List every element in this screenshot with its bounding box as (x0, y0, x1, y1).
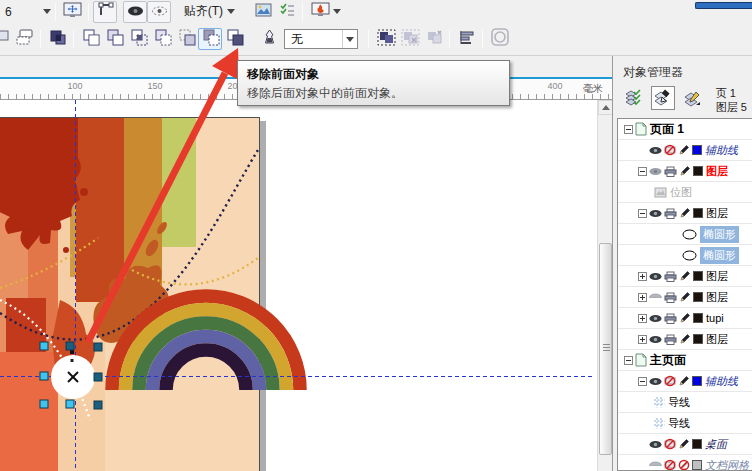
edit-pencil-icon[interactable] (678, 375, 690, 387)
layer-color-swatch[interactable] (693, 166, 703, 176)
simplify-button[interactable] (150, 28, 174, 50)
object-label[interactable]: 位图 (670, 185, 692, 200)
object-label[interactable]: 椭圆形 (700, 247, 739, 264)
layer-color-swatch[interactable] (693, 334, 703, 344)
layer-label[interactable]: 图层 (706, 332, 728, 347)
show-object-properties-button[interactable] (621, 86, 645, 110)
vertical-scrollbar[interactable] (597, 100, 612, 471)
order-button[interactable] (12, 28, 36, 50)
edit-pencil-icon[interactable] (679, 207, 691, 219)
expander-minus-icon[interactable] (638, 209, 647, 218)
intersect-button[interactable] (126, 28, 150, 50)
layer-manager-view-button[interactable] (681, 86, 705, 110)
expander-minus-icon[interactable] (638, 167, 647, 176)
layer-label[interactable]: 图层 (706, 164, 728, 179)
outline-tool-button[interactable] (256, 28, 280, 50)
object-label[interactable]: 椭圆形 (700, 226, 739, 243)
screen-show-dropdown-arrow-icon[interactable] (333, 9, 341, 14)
edit-pencil-icon[interactable] (678, 144, 690, 156)
layer-label[interactable]: 辅助线 (705, 143, 738, 158)
tree-row-layer[interactable]: 文档网格 (618, 455, 752, 471)
visibility-eye-icon[interactable] (649, 293, 662, 302)
object-label[interactable]: 导线 (668, 395, 690, 410)
layer-label[interactable]: tupi (706, 312, 724, 324)
print-disabled-icon[interactable] (664, 375, 676, 387)
tree-row-layer[interactable]: 图层 (618, 161, 752, 182)
print-disabled-icon[interactable] (664, 438, 676, 450)
visibility-eye-icon[interactable] (649, 440, 662, 449)
expander-minus-icon[interactable] (624, 125, 633, 134)
expander-minus-icon[interactable] (638, 377, 647, 386)
edit-pencil-icon[interactable] (679, 270, 691, 282)
layer-label[interactable]: 文档网格 (705, 458, 749, 471)
edit-pencil-icon[interactable] (679, 165, 691, 177)
edit-disabled-icon[interactable] (678, 459, 690, 471)
group-button[interactable] (373, 28, 397, 50)
layer-color-swatch[interactable] (692, 376, 702, 386)
visibility-eye-icon[interactable] (649, 272, 662, 281)
page-label[interactable]: 主页面 (650, 352, 686, 369)
layer-tree[interactable]: 页面 1辅助线图层位图图层椭圆形椭圆形图层图层tupi图层主页面辅助线导线导线桌… (617, 118, 752, 471)
tree-row-object[interactable]: 导线 (618, 413, 752, 434)
snap-to-dropdown[interactable]: 贴齐(T) (181, 3, 238, 20)
layer-color-swatch[interactable] (692, 145, 702, 155)
edit-pencil-icon[interactable] (679, 291, 691, 303)
weld-button[interactable] (78, 28, 102, 50)
tree-row-object[interactable]: 导线 (618, 392, 752, 413)
expander-plus-icon[interactable] (638, 335, 647, 344)
visibility-eye-icon[interactable] (649, 314, 662, 323)
layer-color-swatch[interactable] (692, 460, 702, 470)
scroll-up-button[interactable] (598, 100, 613, 115)
options-checklist-button[interactable] (274, 1, 298, 23)
edit-pencil-icon[interactable] (679, 333, 691, 345)
zoom-dropdown-arrow-icon[interactable] (43, 9, 51, 14)
snap-corner-button[interactable] (93, 1, 117, 23)
tree-row-layer[interactable]: 桌面 (618, 434, 752, 455)
trim-button[interactable] (102, 28, 126, 50)
layer-color-swatch[interactable] (693, 292, 703, 302)
expander-plus-icon[interactable] (638, 272, 647, 281)
layer-label[interactable]: 桌面 (705, 437, 727, 452)
tree-row-object[interactable]: 椭圆形 (618, 224, 752, 245)
layer-label[interactable]: 图层 (706, 290, 728, 305)
outline-width-combobox[interactable]: 无 (284, 29, 358, 49)
ungroup-all-button-disabled[interactable] (421, 28, 445, 50)
print-enabled-icon[interactable] (664, 313, 677, 324)
tree-row-page[interactable]: 主页面 (618, 350, 752, 371)
visibility-eye-icon[interactable] (649, 461, 662, 470)
layer-color-swatch[interactable] (693, 313, 703, 323)
page-label[interactable]: 页面 1 (650, 121, 684, 138)
print-enabled-icon[interactable] (664, 166, 677, 177)
visibility-eye-icon[interactable] (649, 335, 662, 344)
object-label[interactable]: 导线 (668, 416, 690, 431)
print-enabled-icon[interactable] (664, 292, 677, 303)
tree-row-object[interactable]: 位图 (618, 182, 752, 203)
expander-minus-icon[interactable] (624, 356, 633, 365)
tree-row-layer[interactable]: 图层 (618, 203, 752, 224)
layer-color-swatch[interactable] (693, 208, 703, 218)
clipped-edge-button[interactable] (0, 28, 12, 50)
expander-plus-icon[interactable] (638, 314, 647, 323)
drawing-canvas[interactable] (0, 100, 597, 471)
print-enabled-icon[interactable] (664, 208, 677, 219)
tree-row-layer[interactable]: 辅助线 (618, 140, 752, 161)
image-preview-button[interactable] (250, 1, 274, 23)
layer-label[interactable]: 图层 (706, 269, 728, 284)
print-disabled-icon[interactable] (664, 144, 676, 156)
scrollbar-thumb[interactable] (599, 243, 612, 455)
layer-color-swatch[interactable] (693, 271, 703, 281)
layer-label[interactable]: 图层 (706, 206, 728, 221)
visibility-eye-icon[interactable] (649, 377, 662, 386)
edit-across-layers-button[interactable] (651, 86, 675, 110)
zoom-level-combobox[interactable]: 6 (2, 5, 15, 19)
tree-row-layer[interactable]: 辅助线 (618, 371, 752, 392)
screen-show-button[interactable] (307, 1, 331, 23)
convert-outline-button-disabled[interactable] (487, 28, 511, 50)
combine-button[interactable] (45, 28, 69, 50)
align-distribute-button[interactable] (454, 28, 478, 50)
tree-row-layer[interactable]: 图层 (618, 287, 752, 308)
visibility-eye-icon[interactable] (649, 167, 662, 176)
tree-row-object[interactable]: 椭圆形 (618, 245, 752, 266)
layer-color-swatch[interactable] (692, 439, 702, 449)
print-enabled-icon[interactable] (664, 334, 677, 345)
